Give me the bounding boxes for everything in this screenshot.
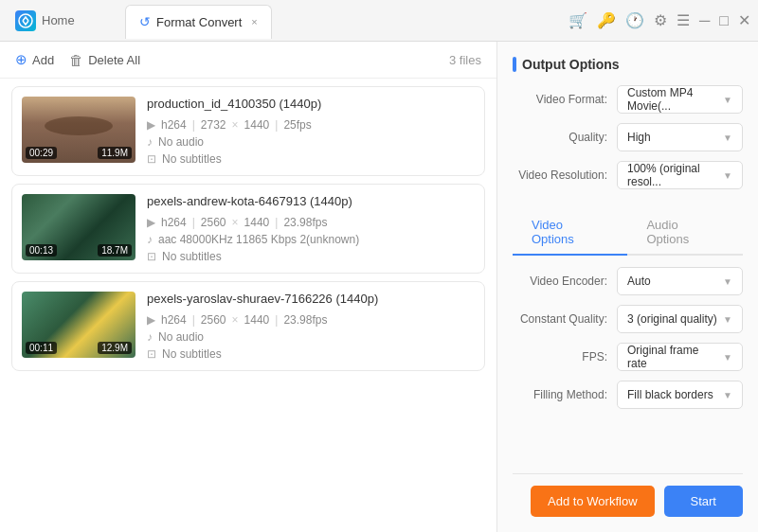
duration-1: 00:29 — [26, 147, 57, 159]
file-audio-1: ♪ No audio — [147, 135, 475, 149]
settings-icon[interactable]: ⚙ — [654, 11, 667, 29]
encoder-value: Auto — [627, 275, 651, 288]
chevron-down-icon: ▼ — [723, 314, 732, 325]
minimize-button[interactable]: ─ — [699, 12, 710, 29]
audio-icon-2: ♪ — [147, 233, 153, 246]
resolution-label: Video Resolution: — [513, 168, 617, 182]
quality-label: Quality: — [513, 131, 617, 144]
size-1: 11.9M — [98, 147, 132, 159]
fps-label: FPS: — [513, 350, 617, 364]
tab-video-options[interactable]: Video Options — [513, 210, 627, 256]
video-format-label: Video Format: — [513, 93, 617, 106]
file-info-3: pexels-yaroslav-shuraev-7166226 (1440p) … — [147, 292, 475, 361]
titlebar-controls: 🛒 🔑 🕐 ⚙ ☰ ─ □ ✕ — [568, 11, 750, 29]
bottom-actions: Add to Workflow Start — [513, 473, 743, 517]
cart-icon[interactable]: 🛒 — [568, 11, 587, 29]
file-count: 3 files — [449, 53, 481, 67]
add-button[interactable]: ⊕ Add — [15, 51, 54, 68]
subtitle-icon-2: ⊡ — [147, 250, 156, 263]
size-2: 18.7M — [98, 244, 132, 257]
filling-method-select[interactable]: Fill black borders ▼ — [617, 381, 743, 409]
encoder-label: Video Encoder: — [513, 275, 617, 288]
file-codec-3: ▶ h264 | 2560 × 1440 | 23.98fps — [147, 313, 475, 327]
right-panel: Output Options Video Format: Custom MP4 … — [497, 42, 758, 532]
file-info-2: pexels-andrew-kota-6467913 (1440p) ▶ h26… — [147, 194, 475, 263]
output-options-title: Output Options — [513, 57, 743, 72]
format-convert-tab[interactable]: ↺ Format Convert × — [125, 5, 272, 39]
main-content: ⊕ Add 🗑 Delete All 3 files 00:29 11.9M p… — [0, 42, 758, 532]
subtitle-icon-3: ⊡ — [147, 347, 156, 361]
start-button[interactable]: Start — [664, 486, 743, 517]
titlebar: Home ↺ Format Convert × 🛒 🔑 🕐 ⚙ ☰ ─ □ ✕ — [0, 0, 758, 42]
tab-icon: ↺ — [139, 14, 151, 29]
file-subtitles-2: ⊡ No subtitles — [147, 250, 475, 263]
size-3: 12.9M — [98, 342, 132, 354]
quality-value: High — [627, 131, 651, 144]
delete-all-button[interactable]: 🗑 Delete All — [69, 52, 140, 68]
constant-quality-select[interactable]: 3 (original quality) ▼ — [617, 305, 743, 333]
left-panel: ⊕ Add 🗑 Delete All 3 files 00:29 11.9M p… — [0, 42, 497, 532]
video-icon-1: ▶ — [147, 118, 155, 132]
video-format-value: Custom MP4 Movie(... — [627, 86, 719, 113]
filling-method-value: Fill black borders — [627, 388, 713, 401]
file-audio-3: ♪ No audio — [147, 330, 475, 344]
key-icon[interactable]: 🔑 — [597, 11, 616, 29]
thumbnail-3: 00:11 12.9M — [22, 292, 135, 358]
fps-select[interactable]: Original frame rate ▼ — [617, 343, 743, 371]
thumbnail-1: 00:29 11.9M — [22, 97, 135, 163]
resolution-row: Video Resolution: 100% (original resol..… — [513, 161, 743, 189]
subtitle-icon-1: ⊡ — [147, 152, 156, 166]
list-item[interactable]: 00:11 12.9M pexels-yaroslav-shuraev-7166… — [11, 281, 485, 371]
video-format-select[interactable]: Custom MP4 Movie(... ▼ — [617, 85, 743, 114]
filling-method-row: Filling Method: Fill black borders ▼ — [513, 381, 743, 409]
file-list: 00:29 11.9M production_id_4100350 (1440p… — [0, 79, 496, 532]
encoder-row: Video Encoder: Auto ▼ — [513, 267, 743, 295]
home-label: Home — [42, 13, 75, 27]
add-label: Add — [32, 53, 54, 67]
clock-icon[interactable]: 🕐 — [625, 11, 644, 29]
app-icon — [15, 10, 36, 31]
tab-audio-options[interactable]: Audio Options — [627, 210, 743, 256]
audio-icon-3: ♪ — [147, 330, 153, 344]
file-name-2: pexels-andrew-kota-6467913 (1440p) — [147, 194, 475, 208]
file-codec-2: ▶ h264 | 2560 × 1440 | 23.98fps — [147, 216, 475, 229]
tab-label: Format Convert — [156, 15, 242, 29]
chevron-down-icon: ▼ — [723, 390, 732, 400]
duration-2: 00:13 — [26, 244, 57, 257]
file-subtitles-3: ⊡ No subtitles — [147, 347, 475, 361]
resolution-value: 100% (original resol... — [627, 162, 719, 188]
options-tabs: Video Options Audio Options — [513, 210, 743, 256]
chevron-down-icon: ▼ — [723, 170, 732, 181]
list-item[interactable]: 00:29 11.9M production_id_4100350 (1440p… — [11, 86, 485, 176]
video-format-row: Video Format: Custom MP4 Movie(... ▼ — [513, 85, 743, 114]
delete-label: Delete All — [88, 53, 140, 67]
maximize-button[interactable]: □ — [719, 12, 729, 29]
close-button[interactable]: ✕ — [738, 11, 750, 29]
file-codec-1: ▶ h264 | 2732 × 1440 | 25fps — [147, 118, 475, 132]
thumbnail-2: 00:13 18.7M — [22, 194, 135, 260]
fps-row: FPS: Original frame rate ▼ — [513, 343, 743, 371]
file-info-1: production_id_4100350 (1440p) ▶ h264 | 2… — [147, 97, 475, 166]
encoder-select[interactable]: Auto ▼ — [617, 267, 743, 295]
add-to-workflow-button[interactable]: Add to Workflow — [531, 486, 654, 517]
resolution-select[interactable]: 100% (original resol... ▼ — [617, 161, 743, 189]
toolbar: ⊕ Add 🗑 Delete All 3 files — [0, 42, 496, 79]
constant-quality-label: Constant Quality: — [513, 312, 617, 326]
file-audio-2: ♪ aac 48000KHz 11865 Kbps 2(unknown) — [147, 233, 475, 246]
video-icon-3: ▶ — [147, 313, 155, 327]
filling-method-label: Filling Method: — [513, 388, 617, 401]
menu-icon[interactable]: ☰ — [677, 11, 690, 29]
tab-close-button[interactable]: × — [251, 16, 257, 27]
file-name-1: production_id_4100350 (1440p) — [147, 97, 475, 111]
home-tab[interactable]: Home — [8, 10, 121, 31]
chevron-down-icon: ▼ — [723, 276, 732, 287]
quality-row: Quality: High ▼ — [513, 123, 743, 151]
chevron-down-icon: ▼ — [723, 352, 732, 363]
constant-quality-row: Constant Quality: 3 (original quality) ▼ — [513, 305, 743, 333]
chevron-down-icon: ▼ — [723, 95, 732, 105]
add-icon: ⊕ — [15, 51, 27, 68]
file-name-3: pexels-yaroslav-shuraev-7166226 (1440p) — [147, 292, 475, 306]
quality-select[interactable]: High ▼ — [617, 123, 743, 151]
delete-icon: 🗑 — [69, 52, 83, 68]
list-item[interactable]: 00:13 18.7M pexels-andrew-kota-6467913 (… — [11, 184, 485, 274]
